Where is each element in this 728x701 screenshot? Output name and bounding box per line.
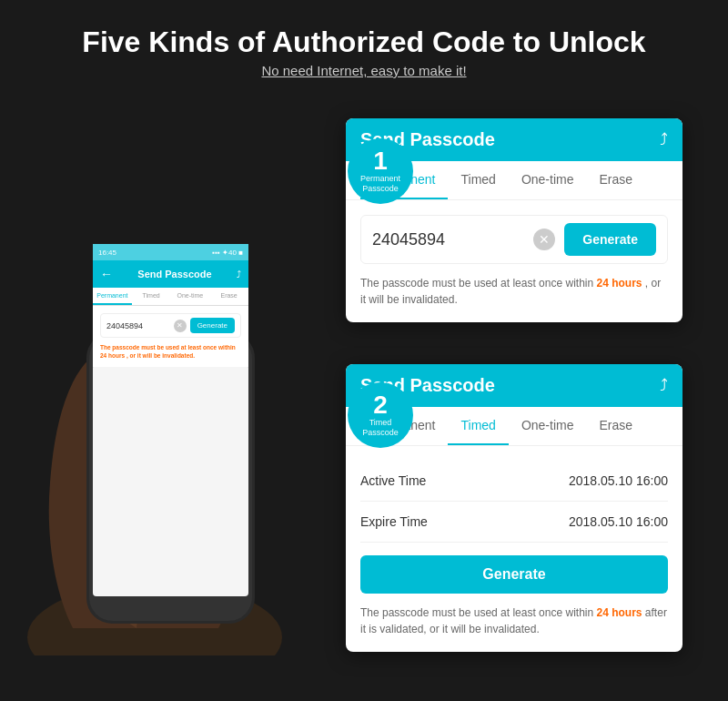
phone-tab-timed[interactable]: Timed — [132, 288, 171, 305]
card2-generate-button[interactable]: Generate — [360, 555, 668, 594]
card2-external-icon[interactable]: ⤴ — [660, 376, 668, 395]
page-subtitle: No need Internet, easy to make it! — [0, 63, 728, 78]
card1-body: 24045894 ✕ Generate The passcode must be… — [346, 200, 682, 322]
card1-external-icon[interactable]: ⤴ — [660, 130, 668, 149]
card1-clear-button[interactable]: ✕ — [533, 229, 555, 250]
phone-signal: ▪▪▪ ✦40 ■ — [212, 249, 243, 257]
card1-passcode-value: 24045894 — [372, 230, 533, 249]
phone-back-icon: ← — [100, 267, 113, 281]
phone-external-icon: ⤴ — [237, 269, 241, 279]
card1-note-highlight: 24 hours — [597, 277, 642, 290]
phone-time: 16:45 — [98, 249, 116, 257]
card2-active-time-value: 2018.05.10 16:00 — [569, 473, 668, 488]
card2-active-time-label: Active Time — [360, 473, 426, 488]
circle-1: 1 PermanentPasscode — [348, 138, 413, 204]
phone-input-row: 24045894 ✕ Generate — [100, 313, 241, 338]
phone-generate-button[interactable]: Generate — [190, 318, 235, 333]
phone-content: 24045894 ✕ Generate The passcode must be… — [93, 306, 248, 367]
card1-note: The passcode must be used at least once … — [360, 275, 668, 308]
phone-app-header: ← Send Passcode ⤴ — [93, 260, 248, 288]
card2-expire-time-row: Expire Time 2018.05.10 16:00 — [360, 502, 668, 543]
circle-1-number: 1 — [373, 148, 388, 174]
card1-tab-timed[interactable]: Timed — [448, 161, 508, 199]
phone-tab-onetime[interactable]: One-time — [171, 288, 210, 305]
phone-mockup: 16:45 ▪▪▪ ✦40 ■ ← Send Passcode ⤴ Perman… — [18, 91, 291, 655]
phone-header-title: Send Passcode — [120, 269, 229, 279]
card2-tab-erase[interactable]: Erase — [586, 407, 645, 445]
card1-tab-erase[interactable]: Erase — [586, 161, 645, 199]
card2-note: The passcode must be used at least once … — [360, 604, 668, 637]
card2-active-time-row: Active Time 2018.05.10 16:00 — [360, 461, 668, 502]
page-title: Five Kinds of Authorized Code to Unlock — [0, 25, 728, 59]
card1-generate-button[interactable]: Generate — [564, 223, 656, 256]
circle-2-number: 2 — [373, 392, 388, 418]
phone-clear-button[interactable]: ✕ — [174, 320, 187, 332]
card1-tab-onetime[interactable]: One-time — [509, 161, 587, 199]
card2-tab-onetime[interactable]: One-time — [509, 407, 587, 445]
card2-note-highlight: 24 hours — [597, 606, 642, 619]
circle-2-label: TimedPasscode — [362, 418, 399, 438]
circle-1-label: PermanentPasscode — [360, 174, 400, 194]
circle-2: 2 TimedPasscode — [348, 382, 413, 448]
phone-note: The passcode must be used at least once … — [100, 343, 241, 360]
phone-tab-permanent[interactable]: Permanent — [93, 288, 132, 305]
phone-passcode-value: 24045894 — [106, 321, 174, 330]
card1-input-row: 24045894 ✕ Generate — [360, 215, 668, 264]
svg-rect-3 — [93, 364, 248, 596]
card2-tab-timed[interactable]: Timed — [448, 407, 508, 445]
phone-note-highlight: 24 hours — [100, 352, 125, 359]
phone-tabs: Permanent Timed One-time Erase — [93, 288, 248, 306]
card2-body: Active Time 2018.05.10 16:00 Expire Time… — [346, 446, 682, 652]
card2-expire-time-label: Expire Time — [360, 514, 428, 529]
phone-tab-erase[interactable]: Erase — [209, 288, 248, 305]
phone-status-bar: 16:45 ▪▪▪ ✦40 ■ — [93, 244, 248, 260]
page-header: Five Kinds of Authorized Code to Unlock … — [0, 0, 728, 86]
card2-expire-time-value: 2018.05.10 16:00 — [569, 514, 668, 529]
